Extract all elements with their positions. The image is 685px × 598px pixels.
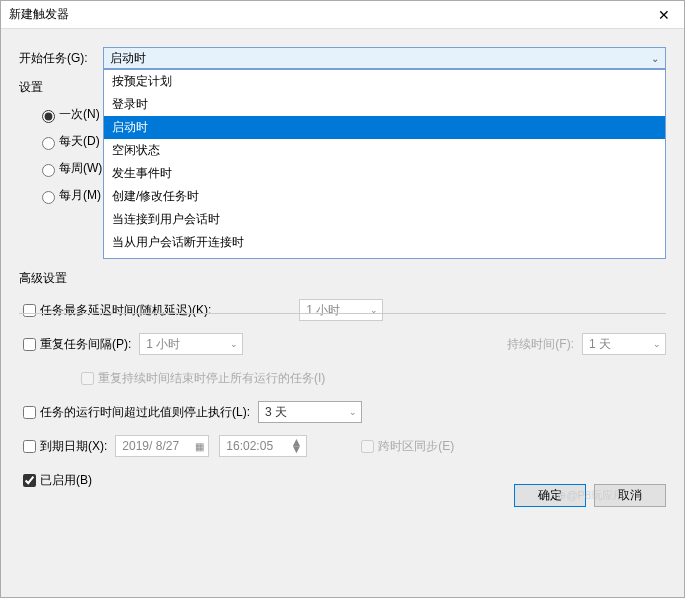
expire-date-picker[interactable]: 2019/ 8/27 ▦ <box>115 435 209 457</box>
radio-daily-label: 每天(D) <box>59 133 100 150</box>
dropdown-option[interactable]: 工作站锁定时 <box>104 254 665 258</box>
stop-after-label: 任务的运行时间超过此值则停止执行(L): <box>40 404 250 421</box>
expire-checkbox[interactable] <box>23 440 36 453</box>
radio-daily[interactable] <box>42 137 55 150</box>
dropdown-option[interactable]: 当连接到用户会话时 <box>104 208 665 231</box>
start-task-dropdown: 按预定计划 登录时 启动时 空闲状态 发生事件时 创建/修改任务时 当连接到用户… <box>103 69 666 259</box>
stop-all-checkbox <box>81 372 94 385</box>
expire-label: 到期日期(X): <box>40 438 107 455</box>
close-icon: ✕ <box>658 7 670 23</box>
stop-after-select[interactable]: 3 天 ⌄ <box>258 401 362 423</box>
start-task-combo[interactable]: 启动时 ⌄ 按预定计划 登录时 启动时 空闲状态 发生事件时 创建/修改任务时 … <box>103 47 666 69</box>
delay-checkbox[interactable] <box>23 304 36 317</box>
close-button[interactable]: ✕ <box>644 1 684 29</box>
duration-label: 持续时间(F): <box>507 336 574 353</box>
dropdown-option[interactable]: 空闲状态 <box>104 139 665 162</box>
window-title: 新建触发器 <box>9 6 69 23</box>
dropdown-option[interactable]: 登录时 <box>104 93 665 116</box>
dialog-window: 新建触发器 ✕ 开始任务(G): 启动时 ⌄ 按预定计划 登录时 启动时 空闲状… <box>0 0 685 598</box>
chevron-down-icon: ⌄ <box>230 339 238 349</box>
cancel-button[interactable]: 取消 <box>594 484 666 507</box>
enabled-label: 已启用(B) <box>40 472 92 489</box>
dropdown-option[interactable]: 当从用户会话断开连接时 <box>104 231 665 254</box>
radio-monthly[interactable] <box>42 191 55 204</box>
dropdown-option[interactable]: 创建/修改任务时 <box>104 185 665 208</box>
sync-timezone2-label: 跨时区同步(E) <box>378 438 454 455</box>
dropdown-option[interactable]: 启动时 <box>104 116 665 139</box>
divider <box>19 313 666 314</box>
spinner-icon: ▲▼ <box>290 439 302 453</box>
stop-after-checkbox[interactable] <box>23 406 36 419</box>
dropdown-option[interactable]: 发生事件时 <box>104 162 665 185</box>
repeat-label: 重复任务间隔(P): <box>40 336 131 353</box>
radio-monthly-label: 每月(M) <box>59 187 101 204</box>
chevron-down-icon: ⌄ <box>653 339 661 349</box>
sync-timezone2-checkbox <box>361 440 374 453</box>
delay-label: 任务最多延迟时间(随机延迟)(K): <box>40 302 211 319</box>
start-task-label: 开始任务(G): <box>19 50 103 67</box>
expire-time-picker[interactable]: 16:02:05 ▲▼ <box>219 435 307 457</box>
repeat-interval-select[interactable]: 1 小时 ⌄ <box>139 333 243 355</box>
dropdown-option[interactable]: 按预定计划 <box>104 70 665 93</box>
stop-all-label: 重复持续时间结束时停止所有运行的任务(I) <box>98 370 325 387</box>
chevron-down-icon: ⌄ <box>349 407 357 417</box>
chevron-down-icon: ⌄ <box>651 53 659 64</box>
radio-once[interactable] <box>42 110 55 123</box>
advanced-settings-label: 高级设置 <box>19 270 666 287</box>
calendar-icon: ▦ <box>195 441 204 452</box>
repeat-checkbox[interactable] <box>23 338 36 351</box>
radio-weekly[interactable] <box>42 164 55 177</box>
ok-button[interactable]: 确定 <box>514 484 586 507</box>
duration-select[interactable]: 1 天 ⌄ <box>582 333 666 355</box>
radio-once-label: 一次(N) <box>59 106 100 123</box>
delay-select[interactable]: 1 小时 ⌄ <box>299 299 383 321</box>
combo-value: 启动时 <box>110 50 146 67</box>
titlebar: 新建触发器 ✕ <box>1 1 684 29</box>
radio-weekly-label: 每周(W) <box>59 160 102 177</box>
enabled-checkbox[interactable] <box>23 474 36 487</box>
